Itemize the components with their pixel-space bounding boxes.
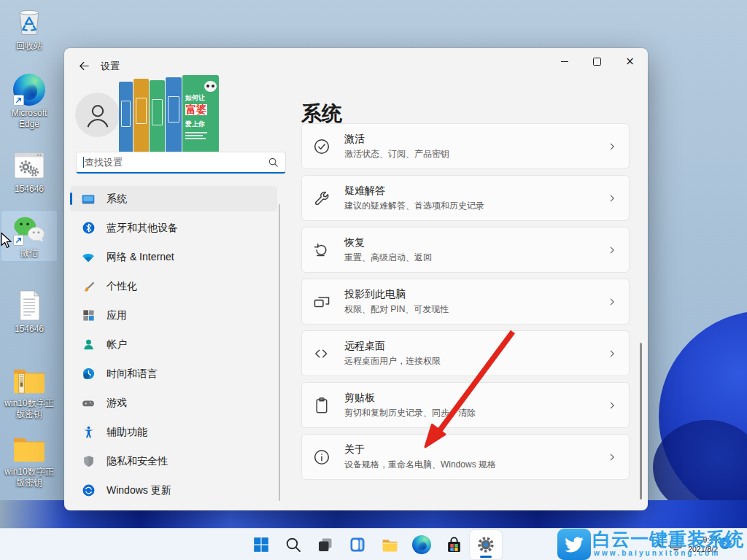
taskbar-file-explorer-button[interactable] [374,530,406,559]
search-icon [268,157,279,168]
wechat-icon [12,212,47,247]
settings-icon [476,535,495,554]
window-controls: × [548,50,646,73]
sidebar-item-privacy[interactable]: 隐私和安全性 [70,448,277,474]
card-subtitle: 重置、高级启动、返回 [344,252,432,264]
taskbar-widgets-button[interactable] [341,530,374,559]
time-language-icon [81,367,96,381]
desktop-icon-folder-win10[interactable]: win10数字正版密钥 [1,429,58,491]
sidebar-item-bluetooth[interactable]: 蓝牙和其他设备 [70,215,277,241]
card-title: 远程桌面 [344,340,441,353]
bird-logo-icon [564,534,584,555]
chevron-right-icon [607,245,617,255]
watermark-logo [557,529,591,560]
taskbar-search-button[interactable] [277,530,309,559]
projection-icon [311,292,331,311]
desktop-icon-doc-154646[interactable]: 154646 [1,286,58,338]
desktop-icon-app-154646[interactable]: 154646 [1,146,58,198]
card-subtitle: 远程桌面用户，连接权限 [344,355,441,368]
remote-desktop-icon [311,343,331,363]
chevron-right-icon [607,349,617,359]
recycle-bin-icon [12,5,47,40]
sidebar-item-accessibility[interactable]: 辅助功能 [70,419,277,445]
book-spine [133,79,149,152]
sidebar-item-label: 应用 [107,309,127,322]
card-title: 剪贴板 [344,392,476,405]
back-button[interactable] [74,56,93,75]
desktop-icon-edge[interactable]: Microsoft Edge [1,70,58,133]
sidebar-item-label: 游戏 [107,397,127,410]
card-title: 关于 [344,443,496,456]
start-icon [252,536,270,553]
desktop-icon-label: 回收站 [16,41,42,52]
card-title: 疑难解答 [344,184,484,198]
settings-card-remote-desktop[interactable]: 远程桌面 远程桌面用户，连接权限 [301,330,630,376]
minimize-button[interactable] [548,50,581,73]
zip-win10-icon [12,362,47,397]
accessibility-icon [81,425,96,440]
sidebar-item-network[interactable]: 网络 & Internet [70,244,277,270]
taskbar-store-button[interactable] [438,530,470,559]
file-explorer-icon [381,536,399,554]
close-icon: × [625,55,635,68]
maximize-button[interactable] [581,50,614,73]
selected-accent-bar [70,192,72,205]
taskbar-start-button[interactable] [245,530,277,559]
store-icon [445,536,463,554]
taskbar-edge-button[interactable] [406,530,438,559]
about-icon [311,447,331,467]
card-subtitle: 建议的疑难解答、首选项和历史记录 [344,200,484,212]
gaming-icon [81,396,96,411]
search-input[interactable] [84,157,268,168]
network-icon [81,250,96,265]
sidebar-scrollbar[interactable] [279,204,280,501]
person-icon [81,98,115,132]
book-cover-text: 爱上你 [185,120,205,128]
avatar[interactable] [76,93,119,136]
settings-card-clipboard[interactable]: 剪贴板 剪切和复制历史记录、同步、清除 [301,382,630,428]
taskbar-settings-button[interactable] [470,530,502,559]
sidebar-item-apps[interactable]: 应用 [70,303,277,328]
sidebar-item-label: 辅助功能 [107,426,147,439]
sidebar-item-personalization[interactable]: 个性化 [70,273,277,299]
taskbar-task-view-button[interactable] [309,530,341,559]
chevron-right-icon [607,452,617,462]
content-scrollbar[interactable] [640,343,642,499]
windows-update-icon [81,483,96,498]
chevron-right-icon [607,400,617,411]
book-spine [166,77,182,152]
desktop-icon-zip-win10[interactable]: win10数字正版密钥 [1,360,58,423]
search-icon [285,536,302,553]
card-subtitle: 设备规格，重命名电脑、Windows 规格 [344,459,496,471]
sidebar-item-label: 蓝牙和其他设备 [107,222,178,235]
sidebar-item-gaming[interactable]: 游戏 [70,390,277,416]
sidebar-item-time-language[interactable]: 时间和语言 [70,361,277,386]
settings-card-about[interactable]: 关于 设备规格，重命名电脑、Windows 规格 [301,434,630,480]
settings-card-recovery[interactable]: 恢复 重置、高级启动、返回 [301,227,630,273]
card-subtitle: 剪切和复制历史记录、同步、清除 [344,407,476,419]
sidebar-item-system[interactable]: 系统 [70,186,277,211]
privacy-icon [81,454,96,469]
desktop-icon-label: 微信 [20,248,38,259]
sidebar-item-label: 网络 & Internet [107,251,174,264]
sidebar-item-accounts[interactable]: 帐户 [70,332,277,357]
settings-card-projection[interactable]: 投影到此电脑 权限、配对 PIN、可发现性 [301,279,630,324]
sidebar-item-label: 帐户 [107,338,127,351]
sidebar-nav: 系统 蓝牙和其他设备 网络 & Internet 个性化 应用 [70,186,277,507]
settings-card-activation[interactable]: 激活 激活状态、订阅、产品密钥 [301,123,630,169]
book-cover-text: 富婆 [185,104,207,115]
card-title: 激活 [344,133,449,146]
sidebar-item-label: Windows 更新 [107,484,171,497]
app-154646-icon [12,148,47,183]
desktop-icon-label: 154646 [15,324,44,335]
widgets-icon [349,536,366,553]
close-button[interactable]: × [614,50,646,73]
clipboard-icon [311,395,331,415]
back-arrow-icon [78,60,90,72]
desktop-icon-recycle-bin[interactable]: 回收站 [1,3,58,55]
settings-card-troubleshoot[interactable]: 疑难解答 建议的疑难解答、首选项和历史记录 [301,175,630,221]
window-title: 设置 [101,60,120,73]
sidebar-item-windows-update[interactable]: Windows 更新 [70,478,277,503]
taskbar-buttons [245,530,502,559]
panda-face-icon [204,81,217,92]
